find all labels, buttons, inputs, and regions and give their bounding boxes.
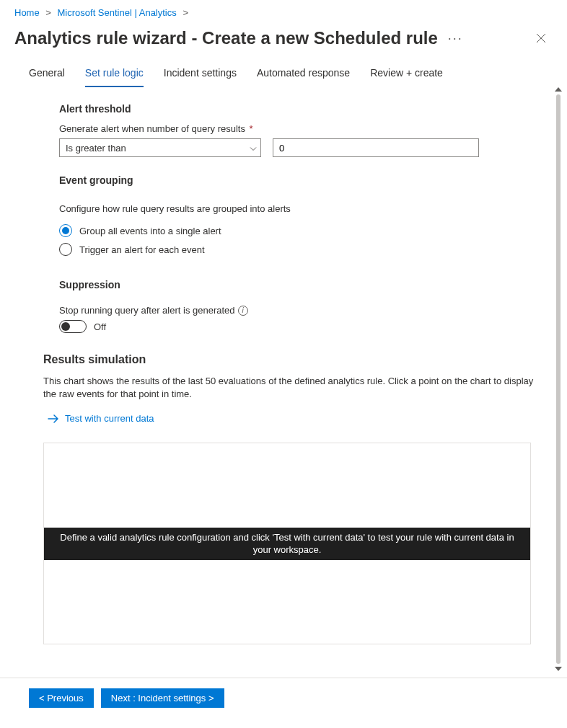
event-grouping-heading: Event grouping (59, 174, 550, 186)
radio-icon-unchecked (59, 243, 72, 256)
results-chart-placeholder: Define a valid analytics rule configurat… (43, 443, 531, 644)
scroll-thumb[interactable] (556, 94, 561, 664)
info-icon[interactable]: i (238, 306, 248, 316)
content-scroll: Alert threshold Generate alert when numb… (0, 87, 567, 671)
event-grouping-desc: Configure how rule query results are gro… (59, 203, 550, 214)
test-link-label: Test with current data (65, 413, 154, 424)
tab-automated-response[interactable]: Automated response (257, 60, 350, 87)
alert-threshold-label: Generate alert when number of query resu… (59, 123, 550, 134)
alert-threshold-label-text: Generate alert when number of query resu… (59, 123, 245, 134)
close-icon[interactable] (529, 27, 553, 50)
scrollbar[interactable] (553, 87, 564, 671)
operator-select[interactable]: Is greater than (59, 138, 261, 157)
tab-general[interactable]: General (29, 60, 65, 87)
suppression-toggle-state: Off (94, 321, 106, 332)
breadcrumb: Home > Microsoft Sentinel | Analytics > (0, 0, 567, 24)
suppression-label: Stop running query after alert is genera… (59, 305, 235, 316)
required-marker: * (250, 123, 253, 134)
title-row: Analytics rule wizard - Create a new Sch… (0, 24, 567, 60)
results-heading: Results simulation (43, 353, 535, 366)
operator-select-wrap[interactable]: Is greater than (59, 138, 261, 157)
radio-group-all[interactable]: Group all events into a single alert (59, 224, 550, 237)
results-desc: This chart shows the results of the last… (43, 375, 534, 400)
tab-review-create[interactable]: Review + create (370, 60, 443, 87)
radio-label-group-all: Group all events into a single alert (79, 226, 221, 236)
alert-threshold-inputs: Is greater than (59, 138, 550, 157)
suppression-toggle-row: Off (59, 320, 550, 333)
breadcrumb-home[interactable]: Home (14, 7, 40, 18)
page-title: Analytics rule wizard - Create a new Sch… (14, 28, 438, 48)
chart-message: Define a valid analytics rule configurat… (44, 528, 530, 560)
suppression-heading: Suppression (59, 279, 550, 290)
radio-label-trigger-each: Trigger an alert for each event (79, 244, 205, 255)
more-actions-icon[interactable]: ··· (448, 31, 463, 46)
threshold-value-input[interactable] (273, 138, 479, 157)
tab-set-rule-logic[interactable]: Set rule logic (85, 60, 144, 87)
tab-incident-settings[interactable]: Incident settings (164, 60, 237, 87)
scroll-up-icon[interactable] (555, 87, 562, 92)
suppression-toggle[interactable] (59, 320, 87, 333)
alert-threshold-heading: Alert threshold (59, 103, 550, 115)
tabs: General Set rule logic Incident settings… (0, 60, 567, 87)
next-button[interactable]: Next : Incident settings > (101, 688, 224, 708)
breadcrumb-sep-2: > (183, 7, 188, 18)
arrow-right-icon (48, 414, 59, 424)
scroll-down-icon[interactable] (555, 667, 562, 671)
breadcrumb-sentinel[interactable]: Microsoft Sentinel | Analytics (58, 7, 177, 18)
radio-icon-checked (59, 224, 72, 237)
wizard-footer: < Previous Next : Incident settings > (0, 678, 567, 728)
radio-trigger-each[interactable]: Trigger an alert for each event (59, 243, 550, 256)
test-with-current-data-link[interactable]: Test with current data (48, 413, 154, 424)
breadcrumb-sep-1: > (45, 7, 51, 18)
previous-button[interactable]: < Previous (29, 688, 94, 708)
